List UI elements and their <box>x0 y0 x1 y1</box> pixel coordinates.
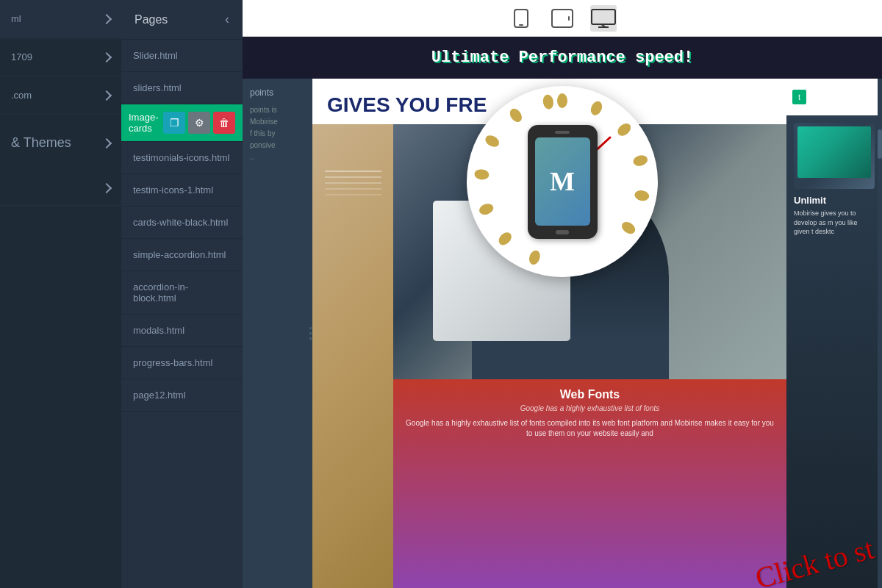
scroll-thumb <box>878 129 882 159</box>
phone-body: M <box>528 125 598 239</box>
divider-dot-2 <box>309 332 312 334</box>
chevron-right-icon <box>101 13 112 24</box>
right-card-title: Unlimit <box>794 195 875 206</box>
pages-header: Pages ‹ <box>121 0 243 40</box>
sidebar-item-1709-label: 1709 <box>11 51 32 62</box>
page-item-label: page12.html <box>133 390 186 401</box>
sidebar-item-com-label: .com <box>11 90 32 101</box>
card-image-notebook <box>312 124 393 588</box>
preview-right-column: t Unlimit Mobirise gives you to develop … <box>786 79 882 588</box>
svg-point-14 <box>496 230 514 248</box>
circle-inner: M <box>467 86 658 277</box>
chevron-right-icon-5 <box>101 183 112 193</box>
page-item-accordion-in-block[interactable]: accordion-in-block.html <box>121 271 243 315</box>
right-laptop-image <box>794 123 875 189</box>
preview-text-points: points points isMobirisef this byponsive… <box>250 86 301 163</box>
right-card-body: Mobirise gives you to develop as m you l… <box>794 209 875 237</box>
svg-point-8 <box>589 99 604 117</box>
svg-point-11 <box>634 189 650 201</box>
page-settings-button[interactable]: ⚙ <box>188 112 210 134</box>
page-item-testim-icons-1[interactable]: testim-icons-1.html <box>121 174 243 207</box>
svg-point-10 <box>632 154 649 168</box>
page-item-label: testim-icons-1.html <box>133 184 213 196</box>
svg-point-18 <box>507 107 524 124</box>
click-overlay: Click to st <box>754 546 875 581</box>
preview-banner: Ultimate Performance speed! <box>243 37 882 79</box>
circle-overlay: M <box>467 86 658 277</box>
chevron-right-icon-4 <box>101 137 112 148</box>
phone-screen: M <box>535 137 590 226</box>
preview-body: points points isMobirisef this byponsive… <box>243 79 882 588</box>
page-item-label: testimonials-icons.html <box>133 152 230 163</box>
phone-m-letter: M <box>550 166 575 197</box>
preview-content: Ultimate Performance speed! points point… <box>243 37 882 588</box>
svg-point-16 <box>474 169 490 181</box>
copy-page-button[interactable]: ❐ <box>163 112 185 134</box>
web-fonts-title: Web Fonts <box>402 388 778 401</box>
sidebar-item-ml-label: ml <box>11 13 21 24</box>
left-sidebar: ml 1709 .com & Themes <box>0 0 121 588</box>
sidebar-item-themes[interactable]: & Themes <box>0 115 121 171</box>
page-item-actions: ❐ ⚙ 🗑 <box>163 112 235 134</box>
toolbar <box>243 0 882 37</box>
page-item-label: sliders.html <box>133 82 182 93</box>
desktop-view-button[interactable] <box>590 5 617 32</box>
page-item-progress-bars[interactable]: progress-bars.html <box>121 347 243 379</box>
page-item-cards-white-black[interactable]: cards-white-black.html <box>121 207 243 239</box>
right-top-bar: t <box>786 79 882 115</box>
page-item-image-cards[interactable]: Image-cards ❐ ⚙ 🗑 <box>121 104 243 142</box>
preview-area: Ultimate Performance speed! points point… <box>243 37 882 588</box>
main-area: Ultimate Performance speed! points point… <box>243 0 882 588</box>
sidebar-item-com[interactable]: .com <box>0 76 121 115</box>
scroll-indicator <box>878 79 882 588</box>
divider-dot-1 <box>309 327 312 329</box>
phone-icon-wrap: M <box>528 125 598 239</box>
page-item-page12[interactable]: page12.html <box>121 379 243 412</box>
close-pages-button[interactable]: ‹ <box>225 12 229 27</box>
sidebar-item-1709[interactable]: 1709 <box>0 38 121 76</box>
phone-home-button <box>556 230 569 234</box>
page-item-slider[interactable]: Slider.html <box>121 40 243 72</box>
page-item-label: Slider.html <box>133 50 178 61</box>
svg-point-17 <box>484 133 501 149</box>
sidebar-themes-label: & Themes <box>11 135 71 151</box>
chevron-right-icon-3 <box>101 90 112 100</box>
web-fonts-body: Google has a highly exhaustive list of f… <box>402 418 778 439</box>
right-card: Unlimit Mobirise gives you to develop as… <box>786 115 882 588</box>
svg-rect-4 <box>592 10 615 24</box>
right-teal-button: t <box>792 90 806 104</box>
page-item-label: cards-white-black.html <box>133 217 228 228</box>
phone-notch <box>555 131 570 134</box>
preview-left-column: points points isMobirisef this byponsive… <box>243 79 309 588</box>
tablet-view-button[interactable] <box>549 5 576 32</box>
page-item-simple-accordion[interactable]: simple-accordion.html <box>121 239 243 271</box>
delete-page-button[interactable]: 🗑 <box>213 112 235 134</box>
page-item-modals[interactable]: modals.html <box>121 315 243 347</box>
svg-point-19 <box>542 94 554 110</box>
page-item-sliders[interactable]: sliders.html <box>121 72 243 104</box>
pages-title: Pages <box>135 13 168 26</box>
page-item-testimonials-icons[interactable]: testimonials-icons.html <box>121 142 243 174</box>
svg-point-9 <box>615 121 633 139</box>
svg-point-15 <box>478 202 495 217</box>
sidebar-item-ml[interactable]: ml <box>0 0 121 38</box>
sidebar-item-extra[interactable] <box>0 171 121 206</box>
page-item-active-label: Image-cards <box>129 112 163 134</box>
page-item-label: progress-bars.html <box>133 357 212 368</box>
banner-text: Ultimate Performance speed! <box>431 49 693 67</box>
page-item-label: accordion-in-block.html <box>133 282 231 304</box>
divider-dot-3 <box>309 337 312 340</box>
chevron-right-icon-2 <box>101 51 112 62</box>
svg-point-7 <box>557 93 567 108</box>
svg-point-12 <box>620 220 637 237</box>
pages-panel: Pages ‹ Slider.html sliders.html Image-c… <box>121 0 243 588</box>
mobile-view-button[interactable] <box>508 5 534 32</box>
web-fonts-subtitle: Google has a highly exhaustive list of f… <box>402 404 778 412</box>
page-item-label: simple-accordion.html <box>133 249 226 260</box>
card-web-fonts-text: Web Fonts Google has a highly exhaustive… <box>393 379 786 588</box>
svg-point-13 <box>527 249 542 267</box>
pages-list: Slider.html sliders.html Image-cards ❐ ⚙… <box>121 40 243 588</box>
page-item-label: modals.html <box>133 325 184 336</box>
